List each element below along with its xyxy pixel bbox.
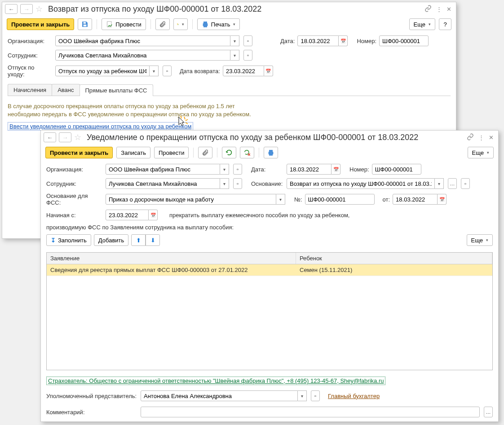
close-icon[interactable]: ✕: [447, 6, 451, 13]
ot-label: от:: [383, 196, 390, 203]
comment-field[interactable]: [141, 407, 480, 417]
leave-label: Отпуск по уходу:: [8, 64, 53, 78]
print-button[interactable]: Печать ▾: [197, 18, 240, 30]
stop-payment-text: прекратить выплату ежемесячного пособия …: [169, 212, 349, 219]
employee-field[interactable]: [106, 178, 220, 189]
post-button[interactable]: Провести: [102, 18, 146, 30]
dropdown-icon[interactable]: ▾: [220, 164, 229, 175]
applications-table: Заявление Ребенок Сведения для реестра п…: [46, 252, 493, 370]
print-button[interactable]: [264, 147, 278, 158]
insurer-link[interactable]: Страхователь: Общество с ограниченной от…: [46, 377, 385, 385]
cancel-send-button[interactable]: [240, 147, 254, 158]
svg-line-4: [184, 117, 185, 119]
titlebar-main: ← → ☆ Возврат из отпуска по уходу ШФ00-0…: [2, 2, 456, 16]
attachment-button[interactable]: [155, 18, 170, 30]
tab-advance[interactable]: Аванс: [52, 84, 80, 96]
ot-field[interactable]: [393, 194, 438, 205]
line2-text: производимую ФСС по Заявлениям сотрудник…: [46, 224, 493, 231]
post-button[interactable]: Провести: [154, 147, 189, 158]
open-button[interactable]: ▫: [311, 390, 320, 401]
window-notification: ← → ☆ Уведомление о прекращении отпуска …: [40, 130, 499, 422]
date-field[interactable]: [287, 164, 332, 175]
col-application[interactable]: Заявление: [47, 253, 296, 264]
dropdown-icon[interactable]: ▾: [298, 390, 307, 401]
toolbar-main: Провести и закрыть Провести ▾ Печать ▾ Е…: [2, 16, 456, 33]
kebab-menu-icon[interactable]: ⋮: [478, 134, 484, 141]
org-dropdown-icon[interactable]: ▾: [230, 35, 239, 46]
calendar-icon[interactable]: 📅: [438, 194, 447, 205]
calendar-icon[interactable]: 📅: [339, 35, 348, 46]
nav-back-button[interactable]: ←: [5, 4, 18, 14]
create-notification-link[interactable]: Ввести уведомление о прекращении отпуска…: [8, 122, 193, 131]
post-and-close-button[interactable]: Провести и закрыть: [7, 18, 74, 30]
titlebar-sub: ← → ☆ Уведомление о прекращении отпуска …: [41, 131, 498, 144]
dots-button[interactable]: …: [448, 178, 457, 189]
number-field[interactable]: [372, 164, 421, 175]
refresh-button[interactable]: [222, 147, 236, 158]
org-field[interactable]: [106, 164, 220, 175]
add-button[interactable]: Добавить: [94, 234, 128, 246]
employee-field[interactable]: [55, 50, 230, 61]
return-date-field[interactable]: [223, 66, 264, 76]
return-date-label: Дата возврата:: [180, 68, 220, 74]
nav-forward-button[interactable]: →: [59, 132, 71, 142]
dots-button[interactable]: …: [484, 407, 493, 417]
number-field[interactable]: [379, 35, 429, 46]
basis-field[interactable]: [287, 178, 435, 189]
link-icon[interactable]: [467, 133, 474, 142]
org-field[interactable]: [55, 35, 230, 46]
open-button[interactable]: ▫: [233, 178, 242, 189]
employee-open-button[interactable]: ▫: [243, 50, 252, 61]
move-down-button[interactable]: ⬇: [146, 234, 160, 246]
post-and-close-button[interactable]: Провести и закрыть: [45, 147, 113, 158]
more-button[interactable]: Еще ▾: [468, 147, 494, 158]
leave-dropdown-icon[interactable]: ▾: [150, 66, 159, 76]
close-icon[interactable]: ✕: [489, 134, 494, 141]
save-button[interactable]: Записать: [116, 147, 150, 158]
calendar-icon[interactable]: 📅: [264, 66, 273, 76]
svg-line-7: [181, 116, 181, 118]
more-button[interactable]: Еще ▾: [409, 18, 435, 30]
employee-label: Сотрудник:: [8, 52, 53, 59]
no-label: №:: [294, 196, 302, 203]
table-more-button[interactable]: Еще ▾: [467, 234, 493, 246]
leave-field[interactable]: [55, 66, 150, 76]
star-icon[interactable]: ☆: [35, 4, 43, 14]
rep-label: Уполномоченный представитель:: [46, 393, 138, 399]
star-icon[interactable]: ☆: [74, 132, 81, 142]
tab-accruals[interactable]: Начисления: [8, 84, 52, 96]
help-button[interactable]: ?: [439, 18, 451, 30]
tab-fss[interactable]: Прямые выплаты ФСС: [80, 84, 153, 96]
start-field[interactable]: [106, 210, 149, 220]
svg-line-6: [186, 123, 188, 124]
cell-child: Семен (15.11.2021): [296, 264, 492, 276]
col-child[interactable]: Ребенок: [296, 253, 492, 264]
table-row[interactable]: Сведения для реестра прямых выплат ФСС Ш…: [47, 264, 492, 276]
create-based-on-button[interactable]: ▾: [173, 18, 188, 30]
attachment-button[interactable]: [198, 147, 212, 158]
chief-accountant-link[interactable]: Главный бухгалтер: [328, 393, 380, 399]
kebab-menu-icon[interactable]: ⋮: [436, 6, 442, 13]
save-button[interactable]: [78, 18, 92, 30]
move-up-button[interactable]: ⬆: [131, 234, 146, 246]
nav-forward-button[interactable]: →: [20, 4, 33, 14]
leave-open-button[interactable]: ▫: [163, 66, 172, 76]
nav-back-button[interactable]: ←: [44, 132, 56, 142]
dropdown-icon[interactable]: ▾: [435, 178, 444, 189]
org-open-button[interactable]: ▫: [243, 35, 252, 46]
basis-fss-field[interactable]: [106, 194, 276, 205]
fill-button[interactable]: ↧ Заполнить: [46, 234, 91, 246]
dropdown-icon[interactable]: ▾: [276, 194, 285, 205]
calendar-icon[interactable]: 📅: [149, 210, 158, 220]
post-button-label: Провести: [115, 21, 141, 28]
link-icon[interactable]: [424, 5, 432, 13]
date-field[interactable]: [297, 35, 339, 46]
employee-label: Сотрудник:: [46, 180, 103, 187]
rep-field[interactable]: [141, 390, 298, 401]
open-button[interactable]: ▫: [461, 178, 470, 189]
calendar-icon[interactable]: 📅: [332, 164, 340, 175]
dropdown-icon[interactable]: ▾: [220, 178, 229, 189]
no-field[interactable]: [305, 194, 375, 205]
employee-dropdown-icon[interactable]: ▾: [230, 50, 239, 61]
open-button[interactable]: ▫: [233, 164, 242, 175]
